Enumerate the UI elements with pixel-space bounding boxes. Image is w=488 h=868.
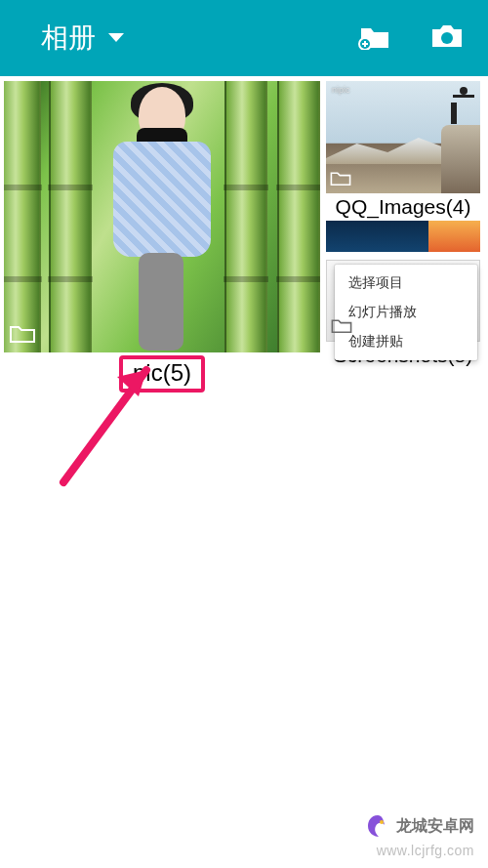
album-grid: pic(5) nipic QQ_Images(4) bbox=[0, 76, 488, 397]
menu-slideshow[interactable]: 幻灯片播放 bbox=[335, 298, 477, 327]
album-pic-label-row: pic(5) bbox=[4, 355, 320, 393]
header-title: 相册 bbox=[41, 20, 96, 57]
folder-icon bbox=[330, 170, 351, 189]
camera-icon[interactable] bbox=[430, 22, 464, 54]
dragon-logo-icon bbox=[365, 813, 390, 839]
menu-select-items[interactable]: 选择项目 bbox=[335, 269, 477, 298]
menu-create-collage[interactable]: 创建拼贴 bbox=[335, 327, 477, 356]
svg-point-3 bbox=[380, 820, 384, 824]
app-header: 相册 bbox=[0, 0, 488, 76]
chevron-down-icon bbox=[107, 32, 125, 44]
context-menu: 选择项目 幻灯片播放 创建拼贴 bbox=[335, 265, 477, 360]
brand-watermark-text: 龙城安卓网 bbox=[396, 816, 474, 837]
header-actions bbox=[358, 22, 464, 54]
album-pic-label: pic(5) bbox=[133, 359, 191, 386]
folder-icon bbox=[10, 323, 35, 347]
album-screenshots-thumbnail: 选择项目 幻灯片播放 创建拼贴 bbox=[326, 260, 480, 342]
thumb-watermark: nipic bbox=[332, 85, 350, 95]
album-qq-strip bbox=[326, 221, 480, 252]
album-qq-label: QQ_Images(4) bbox=[326, 195, 480, 219]
album-pic[interactable]: pic(5) bbox=[4, 81, 320, 393]
album-qq-images[interactable]: nipic QQ_Images(4) bbox=[326, 81, 480, 252]
svg-point-2 bbox=[441, 32, 453, 44]
url-watermark: www.lcjrfg.com bbox=[377, 843, 474, 858]
album-pic-label-highlight: pic(5) bbox=[119, 355, 205, 393]
album-qq-thumbnail: nipic bbox=[326, 81, 480, 193]
folder-icon bbox=[331, 317, 352, 337]
new-folder-icon[interactable] bbox=[358, 22, 391, 54]
album-dropdown[interactable]: 相册 bbox=[41, 20, 125, 57]
album-pic-thumbnail bbox=[4, 81, 320, 352]
brand-watermark: 龙城安卓网 bbox=[365, 813, 474, 839]
album-screenshots[interactable]: 选择项目 幻灯片播放 创建拼贴 Screenshots(8) bbox=[326, 260, 480, 367]
